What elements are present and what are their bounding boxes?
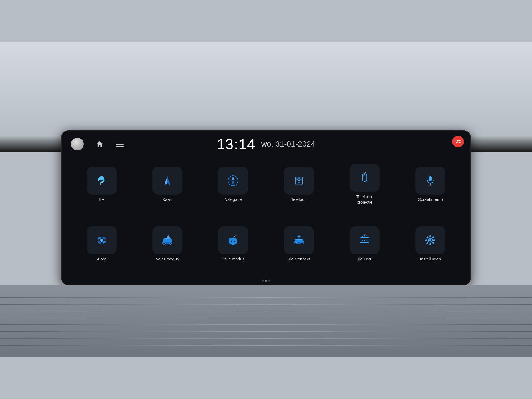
app-stille-modus[interactable]: z z z Stille modus — [203, 216, 264, 272]
svg-rect-51 — [433, 239, 435, 241]
telefoon-projectie-label: Telefoon-projectie — [356, 194, 373, 205]
infotainment-screen: 13:14 wo, 31-01-2024 LTE — [63, 132, 469, 284]
app-instellingen[interactable]: Instellingen — [400, 216, 461, 272]
app-valet-modus[interactable]: Valet-modus — [137, 216, 198, 272]
navigatie-label: Navigatie — [224, 197, 242, 202]
svg-marker-2 — [164, 176, 167, 185]
svg-point-40 — [295, 242, 297, 244]
kia-live-icon: LIVE — [350, 226, 380, 254]
app-kaart[interactable]: Kaart — [137, 157, 198, 212]
svg-rect-56 — [426, 236, 429, 239]
screen-bezel: 13:14 wo, 31-01-2024 LTE — [61, 130, 471, 285]
spraakmemo-label: Spraakmemo — [418, 197, 443, 202]
app-telefoon-projectie[interactable]: Telefoon-projectie — [334, 157, 395, 212]
svg-point-42 — [298, 237, 300, 239]
top-bar: 13:14 wo, 31-01-2024 LTE — [63, 132, 469, 154]
ev-icon — [87, 167, 117, 195]
svg-rect-50 — [432, 236, 434, 239]
airco-label: Airco — [97, 256, 106, 262]
app-kia-live[interactable]: LIVE Kia LIVE — [334, 216, 395, 272]
date-display: wo, 31-01-2024 — [261, 140, 315, 149]
menu-icon[interactable] — [116, 139, 126, 149]
page-dot-3 — [268, 280, 270, 282]
svg-point-13 — [366, 175, 367, 177]
app-grid: EV Kaart — [63, 154, 469, 280]
app-ev[interactable]: EV — [71, 157, 132, 212]
svg-rect-9 — [364, 181, 365, 182]
kia-connect-icon — [284, 226, 314, 254]
svg-text:z: z — [235, 234, 236, 236]
page-dot-2 — [265, 280, 267, 282]
svg-rect-54 — [426, 242, 429, 244]
spraakmemo-icon — [415, 167, 445, 195]
vent-lines — [0, 285, 532, 357]
car-frame: 13:14 wo, 31-01-2024 LTE — [0, 0, 532, 399]
svg-rect-55 — [425, 239, 427, 241]
clock-display: 13:14 — [217, 136, 256, 152]
svg-point-48 — [429, 239, 431, 241]
app-telefoon[interactable]: Telefoon — [268, 157, 329, 212]
kaart-label: Kaart — [162, 197, 172, 202]
telefoon-label: Telefoon — [291, 197, 307, 202]
vent-line — [0, 304, 532, 305]
svg-point-7 — [298, 180, 300, 181]
navigatie-icon — [218, 167, 248, 195]
vent-line — [0, 338, 532, 339]
svg-text:z: z — [234, 235, 235, 237]
svg-text:LIVE: LIVE — [362, 239, 367, 242]
svg-rect-53 — [430, 243, 431, 245]
svg-point-41 — [301, 242, 303, 244]
svg-rect-18 — [429, 176, 432, 181]
svg-point-29 — [169, 243, 171, 245]
telefoon-projectie-icon — [350, 164, 380, 192]
svg-rect-49 — [430, 235, 431, 237]
svg-rect-11 — [364, 172, 365, 173]
vent-line — [0, 324, 532, 325]
airco-icon — [87, 226, 117, 254]
page-indicator — [63, 280, 469, 284]
app-spraakmemo[interactable]: Spraakmemo — [400, 157, 461, 212]
svg-point-12 — [363, 175, 364, 177]
instellingen-icon — [415, 226, 445, 254]
home-icon[interactable] — [95, 139, 105, 149]
svg-point-28 — [163, 243, 165, 245]
kia-connect-label: Kia Connect — [288, 256, 310, 262]
lte-badge: LTE — [452, 136, 464, 147]
kaart-icon — [152, 167, 182, 195]
vent-line — [0, 331, 532, 332]
ev-label: EV — [99, 197, 104, 202]
instellingen-label: Instellingen — [420, 256, 441, 262]
lte-label: LTE — [456, 140, 461, 143]
svg-marker-5 — [232, 176, 235, 181]
app-navigatie[interactable]: Navigatie — [203, 157, 264, 212]
app-airco[interactable]: Airco — [71, 216, 132, 272]
circle-button[interactable] — [71, 138, 84, 150]
vent-line — [0, 345, 532, 346]
svg-rect-52 — [432, 242, 434, 244]
svg-point-34 — [231, 241, 232, 242]
vent-line — [0, 318, 532, 318]
stille-modus-label: Stille modus — [222, 256, 244, 262]
stille-modus-icon: z z z — [218, 226, 248, 254]
vent-line — [0, 297, 532, 298]
svg-point-26 — [101, 239, 103, 241]
dashboard-vent-strip — [0, 285, 532, 357]
svg-marker-6 — [232, 181, 235, 185]
svg-marker-3 — [167, 176, 170, 185]
clock-area: 13:14 wo, 31-01-2024 — [217, 136, 315, 152]
valet-modus-label: Valet-modus — [156, 256, 179, 262]
valet-modus-icon — [152, 226, 182, 254]
page-dot-1 — [262, 280, 264, 282]
telefoon-icon — [284, 167, 314, 195]
svg-point-35 — [234, 241, 235, 242]
svg-text:z: z — [233, 236, 234, 239]
app-kia-connect[interactable]: Kia Connect — [268, 216, 329, 272]
kia-live-label: Kia LIVE — [357, 256, 373, 262]
vent-line — [0, 311, 532, 311]
